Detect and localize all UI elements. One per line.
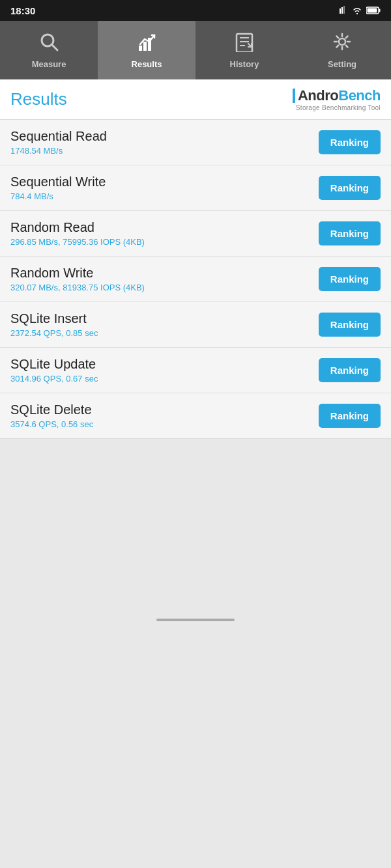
result-info: Sequential Write 784.4 MB/s bbox=[10, 175, 319, 201]
tab-measure[interactable]: Measure bbox=[0, 21, 98, 79]
tab-measure-label: Measure bbox=[32, 59, 66, 69]
table-row: Sequential Write 784.4 MB/s Ranking bbox=[0, 165, 391, 211]
result-name: SQLite Delete bbox=[10, 402, 319, 417]
result-value: 1748.54 MB/s bbox=[10, 146, 319, 156]
brand-tagline: Storage Benchmarking Tool bbox=[296, 104, 381, 111]
result-name: Sequential Read bbox=[10, 129, 319, 144]
measure-icon bbox=[38, 31, 59, 55]
svg-rect-1 bbox=[341, 7, 343, 14]
tab-setting-label: Setting bbox=[328, 59, 356, 69]
results-icon bbox=[136, 31, 157, 55]
tab-history-label: History bbox=[230, 59, 259, 69]
result-info: Random Read 296.85 MB/s, 75995.36 IOPS (… bbox=[10, 220, 319, 247]
brand-bar bbox=[293, 89, 295, 103]
bottom-area bbox=[0, 439, 391, 634]
brand-name: AndroBench bbox=[298, 87, 381, 104]
status-bar: 18:30 bbox=[0, 0, 391, 21]
table-row: SQLite Update 3014.96 QPS, 0.67 sec Rank… bbox=[0, 348, 391, 393]
ranking-button-2[interactable]: Ranking bbox=[319, 221, 381, 245]
ranking-button-1[interactable]: Ranking bbox=[319, 176, 381, 200]
table-row: Sequential Read 1748.54 MB/s Ranking bbox=[0, 120, 391, 165]
sim-icon bbox=[339, 6, 348, 15]
ranking-button-6[interactable]: Ranking bbox=[319, 404, 381, 428]
results-list: Sequential Read 1748.54 MB/s Ranking Seq… bbox=[0, 120, 391, 439]
tab-results[interactable]: Results bbox=[98, 21, 195, 79]
nav-tabs: Measure Results History bbox=[0, 21, 391, 79]
ranking-button-3[interactable]: Ranking bbox=[319, 267, 381, 291]
svg-line-7 bbox=[52, 45, 57, 50]
result-value: 3014.96 QPS, 0.67 sec bbox=[10, 374, 319, 384]
wifi-icon bbox=[352, 6, 362, 15]
result-name: Random Read bbox=[10, 220, 319, 235]
tab-setting[interactable]: Setting bbox=[293, 21, 391, 79]
tab-history[interactable]: History bbox=[195, 21, 293, 79]
svg-rect-9 bbox=[143, 42, 147, 51]
result-name: Sequential Write bbox=[10, 175, 319, 189]
result-info: Sequential Read 1748.54 MB/s bbox=[10, 129, 319, 156]
brand-logo: AndroBench Storage Benchmarking Tool bbox=[293, 87, 381, 111]
battery-icon bbox=[366, 7, 381, 14]
svg-rect-0 bbox=[340, 8, 341, 14]
result-name: SQLite Insert bbox=[10, 311, 319, 326]
result-name: Random Write bbox=[10, 266, 319, 281]
svg-rect-11 bbox=[237, 34, 252, 52]
svg-rect-8 bbox=[139, 46, 142, 51]
svg-point-15 bbox=[339, 38, 345, 45]
result-value: 320.07 MB/s, 81938.75 IOPS (4KB) bbox=[10, 283, 319, 292]
page-header: Results AndroBench Storage Benchmarking … bbox=[0, 79, 391, 120]
result-info: SQLite Update 3014.96 QPS, 0.67 sec bbox=[10, 357, 319, 384]
tab-results-label: Results bbox=[132, 59, 162, 69]
result-info: Random Write 320.07 MB/s, 81938.75 IOPS … bbox=[10, 266, 319, 292]
table-row: Random Write 320.07 MB/s, 81938.75 IOPS … bbox=[0, 257, 391, 302]
table-row: SQLite Insert 2372.54 QPS, 0.85 sec Rank… bbox=[0, 302, 391, 348]
svg-rect-4 bbox=[379, 9, 381, 12]
history-icon bbox=[234, 31, 255, 55]
table-row: SQLite Delete 3574.6 QPS, 0.56 sec Ranki… bbox=[0, 393, 391, 439]
result-value: 3574.6 QPS, 0.56 sec bbox=[10, 419, 319, 429]
home-indicator bbox=[156, 619, 235, 621]
svg-rect-5 bbox=[368, 8, 377, 13]
ranking-button-0[interactable]: Ranking bbox=[319, 130, 381, 154]
result-name: SQLite Update bbox=[10, 357, 319, 372]
result-info: SQLite Insert 2372.54 QPS, 0.85 sec bbox=[10, 311, 319, 338]
result-value: 2372.54 QPS, 0.85 sec bbox=[10, 328, 319, 338]
ranking-button-4[interactable]: Ranking bbox=[319, 313, 381, 337]
status-icons bbox=[339, 6, 381, 15]
setting-icon bbox=[332, 31, 353, 55]
result-value: 784.4 MB/s bbox=[10, 191, 319, 201]
svg-rect-2 bbox=[343, 6, 345, 14]
result-value: 296.85 MB/s, 75995.36 IOPS (4KB) bbox=[10, 237, 319, 247]
table-row: Random Read 296.85 MB/s, 75995.36 IOPS (… bbox=[0, 211, 391, 257]
page-title: Results bbox=[10, 89, 67, 109]
result-info: SQLite Delete 3574.6 QPS, 0.56 sec bbox=[10, 402, 319, 429]
ranking-button-5[interactable]: Ranking bbox=[319, 358, 381, 382]
status-time: 18:30 bbox=[10, 5, 35, 16]
